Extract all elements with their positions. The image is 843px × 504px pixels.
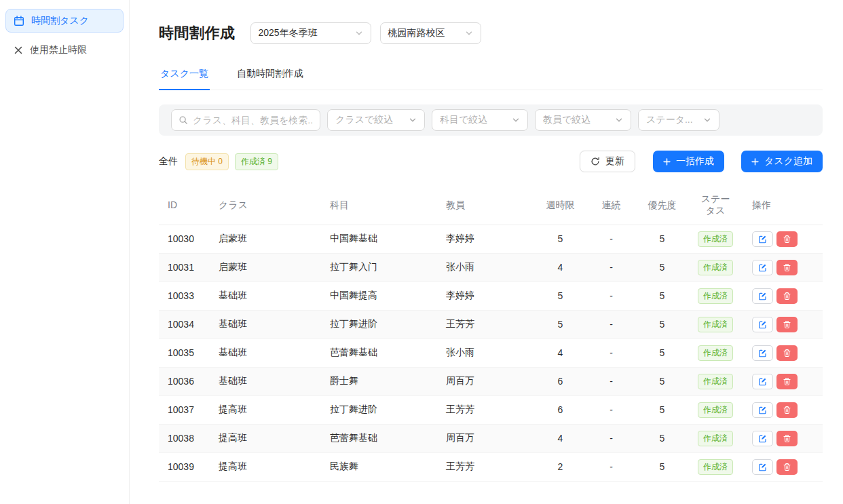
trash-icon bbox=[783, 292, 791, 301]
delete-button[interactable] bbox=[776, 288, 798, 304]
add-task-button[interactable]: タスク追加 bbox=[741, 151, 823, 172]
cell-weekly-periods: 6 bbox=[535, 367, 586, 395]
close-icon bbox=[14, 45, 23, 55]
trash-icon bbox=[783, 320, 791, 329]
search-icon bbox=[179, 115, 188, 125]
edit-button[interactable] bbox=[752, 288, 773, 304]
cell-subject: 民族舞 bbox=[321, 452, 437, 481]
table-header-row: ID クラス 科目 教員 週時限 連続 優先度 ステータス 操作 bbox=[159, 186, 823, 225]
edit-button[interactable] bbox=[752, 260, 773, 275]
status-bar: 全件 待機中 0 作成済 9 更新 一括作成 タスク追加 bbox=[159, 151, 823, 172]
edit-button[interactable] bbox=[752, 231, 773, 247]
sidebar-item-label: 使用禁止時限 bbox=[30, 44, 87, 56]
cell-status: 作成済 bbox=[688, 282, 743, 310]
table-body: 10030 启蒙班 中国舞基础 李婷婷 5 - 5 作成済 bbox=[159, 225, 823, 481]
col-header-status: ステータス bbox=[688, 186, 743, 225]
status-badge: 作成済 bbox=[698, 459, 733, 475]
delete-button[interactable] bbox=[776, 431, 798, 446]
cell-actions bbox=[743, 367, 823, 395]
delete-button[interactable] bbox=[776, 260, 798, 275]
app-window: 時間割タスク 使用禁止時限 時間割作成 2025年冬季班 桃园南路校区 bbox=[0, 0, 843, 504]
refresh-icon bbox=[591, 157, 600, 166]
subject-filter-label: 科目で絞込 bbox=[440, 114, 487, 126]
class-filter-select[interactable]: クラスで絞込 bbox=[327, 109, 425, 131]
search-input[interactable] bbox=[193, 115, 313, 125]
col-header-class: クラス bbox=[210, 186, 321, 225]
calendar-icon bbox=[14, 16, 24, 26]
cell-consecutive: - bbox=[586, 424, 637, 452]
cell-consecutive: - bbox=[586, 282, 637, 310]
cell-id: 10036 bbox=[159, 367, 210, 395]
edit-icon bbox=[758, 292, 767, 301]
cell-teacher: 张小雨 bbox=[437, 253, 535, 282]
cell-consecutive: - bbox=[586, 395, 637, 424]
cell-class: 基础班 bbox=[210, 367, 321, 395]
edit-button[interactable] bbox=[752, 317, 773, 332]
sidebar-item-timetable-tasks[interactable]: 時間割タスク bbox=[5, 9, 124, 33]
bulk-create-button[interactable]: 一括作成 bbox=[653, 151, 724, 172]
cell-class: 提高班 bbox=[210, 452, 321, 481]
cell-actions bbox=[743, 452, 823, 481]
cell-weekly-periods: 4 bbox=[535, 424, 586, 452]
cell-consecutive: - bbox=[586, 338, 637, 367]
cell-id: 10035 bbox=[159, 338, 210, 367]
delete-button[interactable] bbox=[776, 317, 798, 332]
trash-icon bbox=[783, 463, 791, 471]
cell-status: 作成済 bbox=[688, 424, 743, 452]
refresh-button[interactable]: 更新 bbox=[580, 151, 635, 172]
cell-teacher: 王芳芳 bbox=[437, 310, 535, 338]
table-row: 10038 提高班 芭蕾舞基础 周百万 4 - 5 作成済 bbox=[159, 424, 823, 452]
delete-button[interactable] bbox=[776, 459, 798, 475]
done-badge: 作成済 9 bbox=[235, 153, 278, 170]
campus-select[interactable]: 桃园南路校区 bbox=[380, 22, 481, 44]
status-badge: 作成済 bbox=[698, 345, 733, 361]
status-filter-select[interactable]: ステータ... bbox=[638, 109, 719, 131]
search-box bbox=[171, 109, 320, 131]
cell-weekly-periods: 4 bbox=[535, 253, 586, 282]
delete-button[interactable] bbox=[776, 374, 798, 389]
tab-auto-timetable[interactable]: 自動時間割作成 bbox=[236, 62, 305, 90]
delete-button[interactable] bbox=[776, 345, 798, 361]
term-select[interactable]: 2025年冬季班 bbox=[250, 22, 371, 44]
sidebar-item-label: 時間割タスク bbox=[31, 15, 89, 27]
add-task-button-label: タスク追加 bbox=[764, 155, 812, 168]
plus-icon bbox=[663, 158, 671, 166]
teacher-filter-label: 教員で絞込 bbox=[543, 114, 591, 126]
cell-priority: 5 bbox=[637, 395, 688, 424]
cell-weekly-periods: 5 bbox=[535, 225, 586, 253]
cell-teacher: 王芳芳 bbox=[437, 452, 535, 481]
trash-icon bbox=[783, 377, 791, 386]
edit-icon bbox=[758, 434, 767, 443]
teacher-filter-select[interactable]: 教員で絞込 bbox=[535, 109, 631, 131]
edit-button[interactable] bbox=[752, 402, 773, 418]
col-header-actions: 操作 bbox=[743, 186, 823, 225]
trash-icon bbox=[783, 434, 791, 443]
edit-button[interactable] bbox=[752, 431, 773, 446]
col-header-weekly-periods: 週時限 bbox=[535, 186, 586, 225]
sidebar-item-forbidden-periods[interactable]: 使用禁止時限 bbox=[5, 38, 124, 62]
plus-icon bbox=[751, 158, 759, 166]
table-row: 10035 基础班 芭蕾舞基础 张小雨 4 - 5 作成済 bbox=[159, 338, 823, 367]
cell-actions bbox=[743, 338, 823, 367]
cell-priority: 5 bbox=[637, 225, 688, 253]
tab-task-list[interactable]: タスク一覧 bbox=[159, 62, 210, 90]
cell-priority: 5 bbox=[637, 282, 688, 310]
subject-filter-select[interactable]: 科目で絞込 bbox=[432, 109, 528, 131]
cell-id: 10031 bbox=[159, 253, 210, 282]
delete-button[interactable] bbox=[776, 402, 798, 418]
cell-priority: 5 bbox=[637, 367, 688, 395]
waiting-badge: 待機中 0 bbox=[185, 153, 229, 170]
cell-actions bbox=[743, 225, 823, 253]
edit-button[interactable] bbox=[752, 374, 773, 389]
delete-button[interactable] bbox=[776, 231, 798, 247]
table-row: 10039 提高班 民族舞 王芳芳 2 - 5 作成済 bbox=[159, 452, 823, 481]
cell-id: 10033 bbox=[159, 282, 210, 310]
cell-teacher: 王芳芳 bbox=[437, 395, 535, 424]
table-row: 10036 基础班 爵士舞 周百万 6 - 5 作成済 bbox=[159, 367, 823, 395]
edit-icon bbox=[758, 235, 767, 244]
edit-button[interactable] bbox=[752, 345, 773, 361]
status-badge: 作成済 bbox=[698, 431, 733, 446]
edit-button[interactable] bbox=[752, 459, 773, 475]
cell-priority: 5 bbox=[637, 452, 688, 481]
cell-consecutive: - bbox=[586, 225, 637, 253]
